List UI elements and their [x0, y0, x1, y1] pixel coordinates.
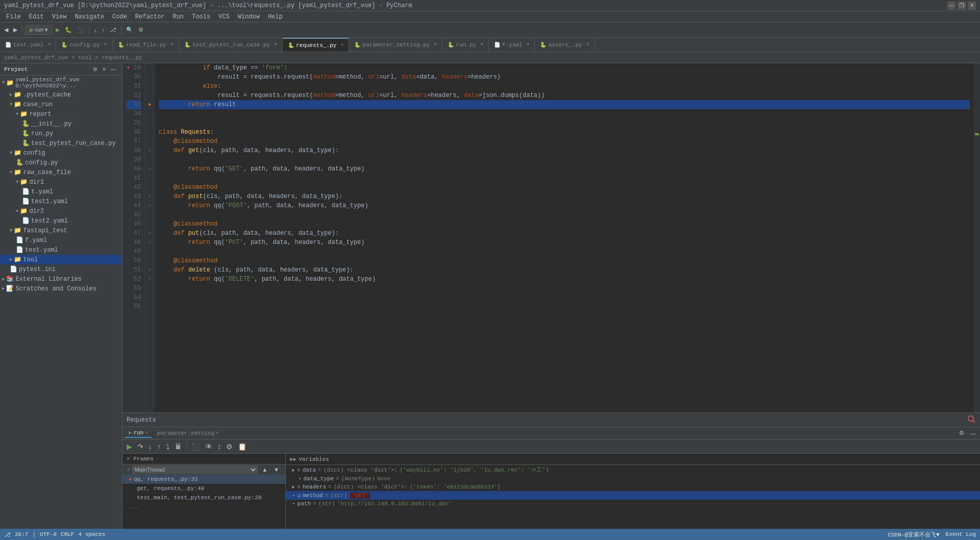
forward-button[interactable]: ▶ [11, 26, 19, 34]
frame-qq[interactable]: ● qq, requests_.py:33 [122, 475, 285, 484]
run-to-cursor-button[interactable]: ⤵ [164, 441, 172, 452]
git-update-button[interactable]: ↓ [92, 26, 99, 34]
menu-vcs[interactable]: VCS [214, 12, 234, 21]
close-assert-py[interactable]: × [586, 42, 590, 47]
tree-item-config-py[interactable]: 🐍 config.py [0, 158, 122, 167]
tree-item-external-libraries[interactable]: ▶ 📚 External Libraries [0, 274, 122, 284]
close-test-pytest-run-case[interactable]: × [274, 42, 277, 47]
tree-item-pytest-ini[interactable]: 📄 pytest.ini [0, 264, 122, 274]
tree-item-test1-yaml[interactable]: 📄 test1.yaml [0, 197, 122, 206]
tree-item-project-root[interactable]: ▼ 📁 yaml_pytest_drf_vue D:\python2022\y.… [0, 76, 122, 90]
tree-item-init-py[interactable]: 🐍 __init__.py [0, 119, 122, 129]
tree-item-config[interactable]: ▼ 📁 config [0, 148, 122, 158]
run-config-button[interactable]: ▶ run ▾ [25, 25, 53, 35]
debug-button[interactable]: 🐛 [63, 26, 74, 34]
close-parameter-setting-tab[interactable]: × [216, 431, 218, 436]
settings-button[interactable]: ⚙ [136, 26, 145, 34]
close-parameter-setting-py[interactable]: × [434, 42, 437, 47]
debug-tab-parameter-setting[interactable]: parameter_setting × [153, 429, 223, 437]
var-path[interactable]: ▪ path = (str) 'http://192.168.0.102:800… [286, 500, 980, 508]
tab-assert-py[interactable]: 🐍 assert_.py × [535, 38, 595, 52]
menu-help[interactable]: Help [264, 12, 287, 21]
line-sep-label[interactable]: CRLF [61, 531, 74, 537]
evaluate-button[interactable]: 🖩 [173, 441, 184, 452]
copy-button[interactable]: 📋 [236, 441, 249, 452]
minimize-button[interactable]: — [947, 2, 955, 10]
debug-minimize-button[interactable]: — [968, 429, 978, 437]
tree-item-report[interactable]: ▼ 📁 report [0, 109, 122, 119]
close-f-yaml[interactable]: × [526, 42, 529, 47]
close-button[interactable]: ✕ [968, 2, 976, 10]
indent-label[interactable]: 4 spaces [78, 531, 105, 537]
step-out-button[interactable]: ↑ [155, 441, 163, 452]
close-test-yaml[interactable]: × [47, 42, 51, 47]
var-data[interactable]: ▶ ≡ data = (dict) <class 'dict'>: {'wayb… [286, 465, 980, 475]
tab-read-file-py[interactable]: 🐍 read_file.py × [113, 38, 179, 52]
var-data-type[interactable]: ▪ data_type = (NoneType) None [286, 475, 980, 483]
step-into-button[interactable]: ↓ [146, 441, 154, 452]
frame-get[interactable]: get, requests_.py:40 [122, 484, 285, 493]
expand-all-icon[interactable]: ▶▶ [290, 456, 297, 462]
menu-tools[interactable]: Tools [188, 12, 214, 21]
menu-navigate[interactable]: Navigate [70, 12, 108, 21]
stop-button[interactable]: ⬛ [75, 26, 86, 34]
tree-item-dir1[interactable]: ▼ 📁 dir1 [0, 177, 122, 187]
frame-test-main[interactable]: test_main, test_pytest_run_case.py:20 [122, 493, 285, 502]
tree-item-fastapi-test[interactable]: ▼ 📁 fastapi_test [0, 226, 122, 235]
tab-requests-py[interactable]: 🐍 requests_.py × [283, 38, 349, 52]
git-push-button[interactable]: ↑ [100, 26, 107, 34]
frame-nav-down[interactable]: ▼ [272, 465, 281, 474]
tree-item-run-py[interactable]: 🐍 run.py [0, 129, 122, 138]
debug-settings-button[interactable]: ⚙ [957, 429, 966, 437]
close-run-py[interactable]: × [480, 42, 483, 47]
menu-file[interactable]: File [2, 12, 25, 21]
tab-f-yaml[interactable]: 📄 f.yaml × [489, 38, 535, 52]
git-button[interactable]: ⎇ [108, 26, 118, 34]
sort-button[interactable]: ↕ [215, 441, 223, 452]
close-run-tab[interactable]: × [145, 430, 148, 435]
menu-code[interactable]: Code [108, 12, 131, 21]
menu-view[interactable]: View [48, 12, 71, 21]
sidebar-settings-button[interactable]: ⚙ [91, 65, 100, 73]
settings-debug-button[interactable]: ⚙ [224, 441, 235, 452]
search-icon-button[interactable] [967, 414, 976, 425]
close-config-py[interactable]: × [104, 42, 107, 47]
menu-refactor[interactable]: Refactor [131, 12, 169, 21]
maximize-button[interactable]: ❐ [958, 2, 966, 10]
tree-item-dir2[interactable]: ▼ 📁 dir2 [0, 206, 122, 216]
close-requests-py[interactable]: × [340, 42, 344, 48]
sidebar-collapse-button[interactable]: ≡ [101, 65, 108, 73]
var-headers-expand[interactable]: ▶ [292, 484, 295, 490]
var-data-expand[interactable]: ▶ [292, 467, 295, 473]
menu-run[interactable]: Run [168, 12, 188, 21]
tree-item-scratches-consoles[interactable]: ▶ 📝 Scratches and Consoles [0, 284, 122, 293]
thread-selector[interactable]: MainThread [132, 465, 258, 474]
tab-run-py[interactable]: 🐍 run.py × [443, 38, 489, 52]
back-button[interactable]: ◀ [2, 26, 10, 34]
tree-item-f-yaml[interactable]: 📄 f.yaml [0, 235, 122, 245]
tree-item-t-yaml[interactable]: 📄 t.yaml [0, 187, 122, 197]
tree-item-case-run[interactable]: ▼ 📁 case_run [0, 100, 122, 109]
search-everywhere-button[interactable]: 🔍 [124, 26, 135, 34]
tab-parameter-setting-py[interactable]: 🐍 parameter_setting.py × [349, 38, 443, 52]
menu-edit[interactable]: Edit [25, 12, 48, 21]
tree-item-test-pytest-run-case[interactable]: 🐍 test_pytest_run_case.py [0, 138, 122, 148]
tree-item-raw-case-file[interactable]: ▼ 📁 raw_case_file [0, 167, 122, 177]
event-log-link[interactable]: Event Log [946, 531, 976, 537]
menu-window[interactable]: Window [234, 12, 264, 21]
var-headers[interactable]: ▶ ≡ headers = (dict) <class 'dict'>: {'t… [286, 483, 980, 491]
add-watch-button[interactable]: 👁 [203, 441, 214, 452]
tab-test-pytest-run-case[interactable]: 🐍 test_pytest_run_case.py × [179, 38, 283, 52]
tree-item-pytest-cache[interactable]: ▶ 📁 .pytest_cache [0, 90, 122, 100]
tree-item-test-yaml[interactable]: 📄 test.yaml [0, 245, 122, 255]
sidebar-close-button[interactable]: — [109, 65, 118, 73]
tree-item-test2-yaml[interactable]: 📄 test2.yaml [0, 216, 122, 226]
close-read-file-py[interactable]: × [170, 42, 174, 47]
var-method[interactable]: ▪ ☑ method = (str) 'GET' [286, 491, 980, 500]
step-over-button[interactable]: ↷ [135, 441, 145, 452]
run-button[interactable]: ▶ [54, 26, 62, 34]
stop-debug-button[interactable]: ⬛ [189, 441, 202, 452]
tree-item-tool[interactable]: ▶ 📁 tool [0, 255, 122, 264]
tab-test-yaml[interactable]: 📄 test.yaml × [0, 38, 56, 52]
code-content[interactable]: if data_type == 'form': result = request… [155, 63, 974, 412]
